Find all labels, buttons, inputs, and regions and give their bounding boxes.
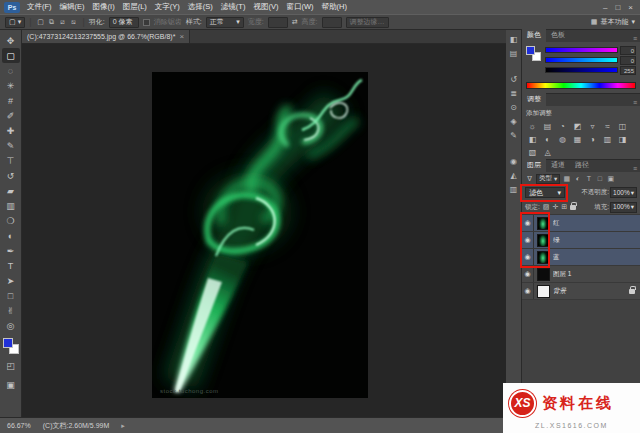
visibility-eye-icon[interactable]: ◉ <box>522 249 534 265</box>
path-selection-tool[interactable]: ➤ <box>2 273 20 288</box>
collapsed-panel-icon[interactable]: ▥ <box>510 185 518 194</box>
tab-adjustments[interactable]: 调整 <box>522 92 546 106</box>
adjustment-icon[interactable]: ☼ <box>525 120 540 133</box>
layer-name[interactable]: 绿 <box>553 236 640 245</box>
style-select[interactable]: 正常 ▾ <box>206 17 244 28</box>
collapsed-panel-icon[interactable]: ◧ <box>510 35 518 44</box>
collapsed-panel-icon[interactable]: ▤ <box>510 49 518 58</box>
color-spectrum-ramp[interactable] <box>526 82 636 89</box>
document-info[interactable]: (C)文档:2.60M/5.99M <box>43 421 110 431</box>
type-tool[interactable]: T <box>2 258 20 273</box>
adjustment-icon[interactable]: ◍ <box>555 133 570 146</box>
adjustment-icon[interactable]: ▥ <box>600 133 615 146</box>
antialias-checkbox[interactable] <box>143 19 150 26</box>
menu-item[interactable]: 编辑(E) <box>56 0 89 14</box>
layer-thumbnail[interactable] <box>537 234 550 247</box>
panel-menu-icon[interactable]: ≡ <box>630 35 640 42</box>
tab-color[interactable]: 颜色 <box>522 28 546 42</box>
panel-menu-icon[interactable]: ≡ <box>630 99 640 106</box>
collapsed-panel-icon[interactable]: ✎ <box>510 131 517 140</box>
menu-item[interactable]: 滤镜(T) <box>217 0 250 14</box>
tab-layers[interactable]: 图层 <box>522 158 546 172</box>
maximize-button[interactable]: □ <box>615 3 620 12</box>
hand-tool[interactable]: ✌ <box>2 303 20 318</box>
panel-menu-icon[interactable]: ≡ <box>630 165 640 172</box>
visibility-eye-icon[interactable]: ◉ <box>522 232 534 248</box>
lock-option-icon[interactable]: ✛ <box>552 203 558 211</box>
combine-mode-icon[interactable]: ⧅ <box>68 17 78 28</box>
menu-item[interactable]: 视图(V) <box>249 0 282 14</box>
foreground-color-swatch[interactable] <box>526 46 535 55</box>
menu-item[interactable]: 图像(I) <box>89 0 119 14</box>
blend-mode-select[interactable]: 滤色 ▾ <box>525 187 565 198</box>
layer-row[interactable]: ◉ 背景 <box>522 283 640 300</box>
color-slider-value[interactable]: 0 <box>620 56 636 65</box>
blur-tool[interactable]: ❍ <box>2 213 20 228</box>
layer-name[interactable]: 红 <box>553 219 640 228</box>
lock-option-icon[interactable]: ▨ <box>543 203 550 211</box>
adjustment-icon[interactable]: ◩ <box>570 120 585 133</box>
eyedropper-tool[interactable]: ✐ <box>2 108 20 123</box>
adjustment-icon[interactable]: ≈ <box>600 120 615 133</box>
minimize-button[interactable]: – <box>603 3 607 12</box>
combine-mode-icon[interactable]: ⧄ <box>57 17 67 28</box>
tab-paths[interactable]: 路径 <box>570 158 594 172</box>
menu-item[interactable]: 文字(Y) <box>151 0 184 14</box>
layer-filter-icon[interactable]: ▦ <box>562 175 571 183</box>
move-tool[interactable]: ✥ <box>2 33 20 48</box>
color-slider-value[interactable]: 255 <box>620 66 636 75</box>
workspace-switcher[interactable]: ▦ 基本功能 ▾ <box>591 17 635 27</box>
layer-row[interactable]: ◉ 图层 1 <box>522 266 640 283</box>
adjustment-icon[interactable]: ▤ <box>540 120 555 133</box>
layer-thumbnail[interactable] <box>537 217 550 230</box>
adjustment-icon[interactable]: ◔ <box>555 120 570 133</box>
menu-item[interactable]: 图层(L) <box>119 0 151 14</box>
collapsed-panel-icon[interactable]: ◈ <box>510 117 516 126</box>
canvas-image[interactable]: stock.tuchong.com <box>152 72 368 398</box>
menu-item[interactable]: 帮助(H) <box>318 0 351 14</box>
layer-filter-icon[interactable]: □ <box>595 175 604 182</box>
collapsed-panel-icon[interactable]: ⊙ <box>510 103 517 112</box>
clone-stamp-tool[interactable]: ⊤ <box>2 153 20 168</box>
dodge-tool[interactable]: ◐ <box>2 228 20 243</box>
close-button[interactable]: × <box>628 3 633 12</box>
collapsed-panel-icon[interactable]: ◭ <box>510 171 516 180</box>
collapsed-panel-icon[interactable]: ◉ <box>510 157 517 166</box>
document-tab[interactable]: (C):47373124213237555.jpg @ 66.7%(RGB/8)… <box>22 30 190 43</box>
swap-dimensions-icon[interactable]: ⇄ <box>292 18 298 26</box>
color-slider-track[interactable] <box>545 57 618 63</box>
color-slider-track[interactable] <box>545 47 618 53</box>
collapsed-panel-icon[interactable]: ≣ <box>510 89 517 98</box>
screen-mode-icon[interactable]: ◰ <box>2 358 20 373</box>
height-input[interactable] <box>322 17 342 28</box>
foreground-color-swatch[interactable] <box>3 338 13 348</box>
fill-value[interactable]: 100% ▾ <box>610 202 637 213</box>
color-slider-track[interactable] <box>545 67 618 73</box>
layer-filter-icon[interactable]: T <box>584 175 593 182</box>
pen-tool[interactable]: ✒ <box>2 243 20 258</box>
status-arrow-icon[interactable]: ▸ <box>121 422 125 430</box>
shape-tool[interactable]: □ <box>2 288 20 303</box>
marquee-tool[interactable]: ▢ <box>2 48 20 63</box>
adjustment-icon[interactable]: ▦ <box>570 133 585 146</box>
visibility-eye-icon[interactable]: ◉ <box>522 266 534 282</box>
visibility-eye-icon[interactable]: ◉ <box>522 283 534 299</box>
menu-item[interactable]: 窗口(W) <box>282 0 317 14</box>
width-input[interactable] <box>268 17 288 28</box>
layer-filter-icon[interactable]: ▣ <box>606 175 615 183</box>
layer-row[interactable]: ◉ 红 <box>522 215 640 232</box>
layer-name[interactable]: 背景 <box>553 287 627 296</box>
layer-row[interactable]: ◉ 蓝 <box>522 249 640 266</box>
history-brush-tool[interactable]: ↺ <box>2 168 20 183</box>
visibility-eye-icon[interactable]: ◉ <box>522 215 534 231</box>
screen-mode-icon[interactable]: ▣ <box>2 377 20 392</box>
layer-name[interactable]: 图层 1 <box>553 270 640 279</box>
lock-option-icon[interactable]: ⊞ <box>561 203 567 211</box>
combine-mode-icon[interactable]: ▢ <box>35 17 45 28</box>
layer-row[interactable]: ◉ 绿 <box>522 232 640 249</box>
color-slider-value[interactable]: 0 <box>620 46 636 55</box>
adjustment-icon[interactable]: ◐ <box>540 133 555 146</box>
adjustment-icon[interactable]: ◧ <box>525 133 540 146</box>
eraser-tool[interactable]: ▰ <box>2 183 20 198</box>
refine-edge-button[interactable]: 调整边缘… <box>346 17 389 28</box>
